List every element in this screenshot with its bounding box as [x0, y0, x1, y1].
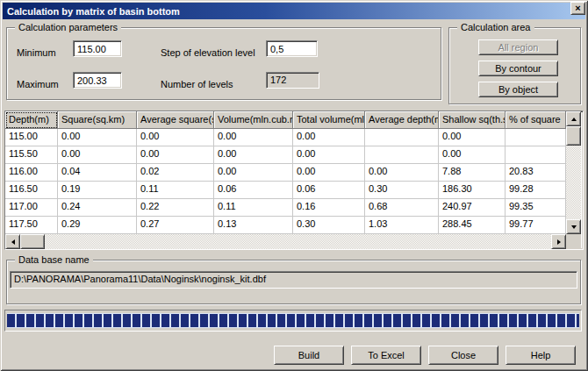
horizontal-scrollbar[interactable]: [5, 234, 566, 249]
table-cell[interactable]: 0.30: [365, 182, 439, 198]
table-cell[interactable]: 0.24: [58, 199, 137, 216]
table-cell[interactable]: 0.00: [214, 164, 293, 181]
scroll-up-button[interactable]: [566, 111, 581, 126]
table-header-row: Depth(m)Square(sq.km)Average square(sqVo…: [5, 111, 566, 129]
table-cell[interactable]: 0.00: [137, 129, 214, 146]
table-cell[interactable]: 0.11: [214, 199, 293, 216]
table-cell[interactable]: 0.00: [214, 146, 293, 163]
table-cell[interactable]: 117.00: [5, 199, 58, 216]
dialog-window: Calculation by matrix of basin bottom × …: [0, 0, 588, 371]
table-cell[interactable]: [506, 146, 566, 163]
table-header-cell: Average depth(m: [365, 111, 439, 129]
table-cell[interactable]: [365, 129, 439, 146]
help-button[interactable]: Help: [506, 346, 576, 365]
results-table: Depth(m)Square(sq.km)Average square(sqVo…: [4, 111, 584, 250]
table-cell[interactable]: [365, 146, 439, 163]
vertical-scrollbar[interactable]: [566, 111, 581, 249]
table-cell[interactable]: 0.00: [439, 129, 506, 146]
table-cell[interactable]: 0.06: [214, 182, 293, 198]
minimum-label: Minimum: [17, 47, 56, 58]
table-cell[interactable]: 0.00: [293, 129, 365, 146]
window-title: Calculation by matrix of basin bottom: [7, 6, 180, 17]
scrollbar-corner: [566, 234, 581, 249]
table-cell[interactable]: 0.19: [58, 182, 137, 198]
table-cell[interactable]: 20.83: [506, 164, 566, 181]
table-cell[interactable]: 117.50: [5, 217, 58, 233]
table-cell[interactable]: 99.28: [506, 182, 566, 198]
scroll-right-button[interactable]: [551, 234, 566, 249]
table-cell[interactable]: 115.00: [5, 129, 58, 146]
table-cell[interactable]: 0.00: [58, 129, 137, 146]
table-cell[interactable]: 0.11: [137, 182, 214, 198]
table-cell[interactable]: 99.77: [506, 217, 566, 233]
table-cell[interactable]: 0.00: [293, 164, 365, 181]
database-path-field: D:\PANORAMA\Panorama11\Data\Noginsk\nogi…: [10, 271, 577, 289]
table-cell[interactable]: 0.13: [214, 217, 293, 233]
arrow-left-icon: [11, 239, 15, 245]
all-region-button: All region: [478, 39, 558, 55]
table-cell[interactable]: 116.00: [5, 164, 58, 181]
vertical-scroll-track[interactable]: [566, 146, 581, 219]
by-contour-button[interactable]: By contour: [478, 61, 558, 76]
table-row[interactable]: 116.500.190.110.060.060.30186.3099.28: [5, 182, 566, 199]
scroll-down-button[interactable]: [566, 219, 581, 234]
step-of-elevation-input[interactable]: [266, 40, 318, 57]
table-header-cell: % of square: [506, 111, 566, 129]
by-object-button[interactable]: By object: [478, 82, 558, 97]
close-button[interactable]: ×: [570, 2, 585, 15]
table-row[interactable]: 116.000.040.020.000.000.007.8820.83: [5, 164, 566, 182]
calculation-area-group: Calculation area All region By contour B…: [448, 27, 581, 104]
table-cell[interactable]: 0.00: [58, 146, 137, 163]
table-cell[interactable]: 0.27: [137, 217, 214, 233]
close-dialog-button[interactable]: Close: [428, 346, 498, 365]
title-bar[interactable]: Calculation by matrix of basin bottom: [3, 3, 585, 19]
table-cell[interactable]: 0.29: [58, 217, 137, 233]
calculation-parameters-title: Calculation parameters: [15, 22, 121, 32]
table-cell[interactable]: 7.88: [439, 164, 506, 181]
scroll-left-button[interactable]: [5, 234, 20, 249]
table-header-cell: Average square(sq: [137, 111, 214, 129]
table-cell[interactable]: 0.04: [58, 164, 137, 181]
table-cell[interactable]: 240.97: [439, 199, 506, 216]
table-cell[interactable]: 0.02: [137, 164, 214, 181]
table-cell[interactable]: 0.68: [365, 199, 439, 216]
horizontal-scroll-thumb[interactable]: [20, 234, 45, 249]
maximum-input[interactable]: [73, 72, 122, 89]
progress-bar: [4, 310, 582, 332]
minimum-input[interactable]: [73, 40, 122, 57]
table-cell[interactable]: 0.06: [293, 182, 365, 198]
step-of-elevation-label: Step of elevation level: [161, 47, 255, 58]
table-cell[interactable]: 99.35: [506, 199, 566, 216]
maximum-label: Maximum: [17, 79, 59, 89]
table-cell[interactable]: 115.50: [5, 146, 58, 163]
table-header-cell: Shallow sq(th.s: [439, 111, 506, 129]
table-cell[interactable]: 1.03: [365, 217, 439, 233]
table-cell[interactable]: 0.22: [137, 199, 214, 216]
table-cell[interactable]: 0.00: [293, 146, 365, 163]
table-body: 115.000.000.000.000.000.00115.500.000.00…: [5, 129, 566, 234]
table-cell[interactable]: 288.45: [439, 217, 506, 233]
table-cell[interactable]: 186.30: [439, 182, 506, 198]
to-excel-button[interactable]: To Excel: [351, 346, 421, 365]
table-cell[interactable]: [506, 129, 566, 146]
arrow-down-icon: [571, 225, 577, 229]
horizontal-scroll-track[interactable]: [45, 234, 551, 249]
vertical-scroll-thumb[interactable]: [566, 126, 581, 146]
database-name-group: Data base name D:\PANORAMA\Panorama11\Da…: [6, 260, 581, 304]
table-cell[interactable]: 0.00: [365, 164, 439, 181]
table-row[interactable]: 115.000.000.000.000.000.00: [5, 129, 566, 146]
table-cell[interactable]: 0.00: [137, 146, 214, 163]
table-header-cell: Square(sq.km): [58, 111, 137, 129]
table-header-cell: Depth(m): [5, 111, 58, 129]
build-button[interactable]: Build: [274, 346, 344, 365]
table-row[interactable]: 117.500.290.270.130.301.03288.4599.77: [5, 217, 566, 234]
table-cell[interactable]: 0.00: [439, 146, 506, 163]
table-cell[interactable]: 116.50: [5, 182, 58, 198]
table-cell[interactable]: 0.30: [293, 217, 365, 233]
table-cell[interactable]: 0.00: [214, 129, 293, 146]
table-row[interactable]: 117.000.240.220.110.160.68240.9799.35: [5, 199, 566, 217]
calculation-parameters-group: Calculation parameters Minimum Maximum S…: [6, 27, 441, 100]
arrow-right-icon: [557, 239, 561, 245]
table-cell[interactable]: 0.16: [293, 199, 365, 216]
table-row[interactable]: 115.500.000.000.000.000.00: [5, 146, 566, 164]
